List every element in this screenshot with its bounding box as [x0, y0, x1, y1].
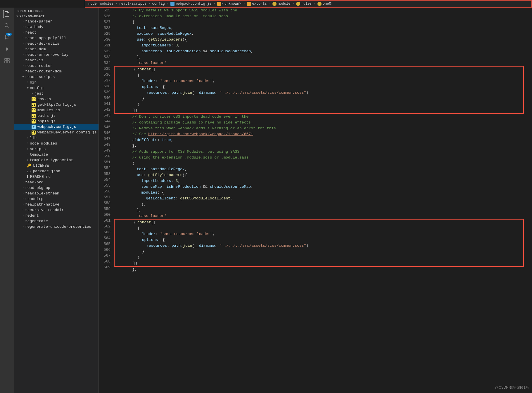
bc-config-folder[interactable]: config — [152, 2, 165, 6]
code-line-558: }, — [114, 201, 526, 207]
activity-debug-icon[interactable] — [3, 45, 11, 53]
sidebar-item-readdirp[interactable]: › readdirp — [14, 196, 99, 202]
highlight-block-1: ).concat([ { loader: "sass-resources-loa… — [114, 66, 524, 114]
activity-search-icon[interactable] — [3, 22, 11, 30]
project-root[interactable]: ▼ XRE-OM-REACT — [14, 14, 99, 19]
code-line-550: // using the extension .module.scss or .… — [114, 155, 526, 161]
code-line-525: // By default we support SASS Modules wi… — [114, 8, 526, 13]
svg-rect-9 — [5, 61, 7, 63]
bc-sep8: › — [314, 2, 316, 6]
code-line-565: resources: path.join(__dirname, "../../.… — [115, 243, 523, 249]
code-line-559: }, — [114, 207, 526, 213]
code-line-551: { — [114, 161, 526, 166]
svg-rect-10 — [7, 61, 9, 63]
sidebar-item-read-pkg[interactable]: › read-pkg — [14, 180, 99, 185]
js-icon-webpackdev: JS — [32, 131, 36, 135]
sidebar-item-react-error-overlay[interactable]: › react-error-overlay — [14, 52, 99, 58]
sidebar-item-pnpts-js[interactable]: JS pnpTs.js — [14, 119, 99, 124]
rules-icon — [296, 2, 300, 6]
bc-node-modules[interactable]: node_modules — [88, 2, 113, 6]
sidebar-item-react[interactable]: › react — [14, 30, 99, 35]
code-line-533: }, — [114, 54, 526, 60]
arrow-react-is: › — [22, 59, 24, 62]
code-line-552: test: sassModuleRegex, — [114, 166, 526, 172]
arrow-realpath-native: › — [22, 203, 24, 206]
sidebar-item-jest[interactable]: › jest — [14, 91, 99, 96]
arrow-redent: › — [22, 214, 24, 217]
arrow-readable-stream: › — [22, 192, 24, 195]
activity-source-control-icon[interactable]: 62 — [3, 33, 11, 41]
js-icon-env: JS — [32, 97, 36, 101]
code-content: 525 526 527 528 529 530 531 532 533 534 … — [99, 8, 532, 393]
activity-files-icon[interactable] — [3, 10, 11, 18]
sidebar-item-redent[interactable]: › redent — [14, 213, 99, 218]
code-line-539: resources: path.join(__dirname, "../../.… — [115, 90, 523, 96]
bc-exports[interactable]: exports — [247, 2, 267, 6]
arrow-regenerate-unicode: › — [22, 225, 24, 228]
sidebar-item-react-dev-utils[interactable]: › react-dev-utils — [14, 41, 99, 46]
sidebar-item-react-router-dom[interactable]: › react-router-dom — [14, 69, 99, 74]
bc-react-scripts[interactable]: react-scripts — [119, 2, 147, 6]
svg-rect-8 — [7, 58, 9, 60]
bc-oneof[interactable]: oneOf — [317, 2, 333, 6]
code-line-542: ]), — [115, 107, 523, 113]
sidebar-item-readable-stream[interactable]: › readable-stream — [14, 191, 99, 196]
sidebar-item-modules-js[interactable]: JS modules.js — [14, 107, 99, 113]
arrow-jest: › — [32, 92, 33, 95]
sidebar-item-gethttpsconfig[interactable]: JS getHttpsConfig.js — [14, 102, 99, 107]
bc-item-webpack[interactable]: webpack.config.js — [170, 2, 211, 6]
arrow-config: ▼ — [27, 86, 29, 90]
code-line-554: importLoaders: 3, — [114, 178, 526, 184]
bc-rules[interactable]: rules — [296, 2, 312, 6]
json-icon: {} — [27, 169, 31, 173]
arrow-react-app-polyfill: › — [22, 36, 24, 40]
sidebar-item-regenerate-unicode[interactable]: › regenerate-unicode-properties — [14, 224, 99, 229]
sidebar-item-webpack-devserver[interactable]: JS webpackDevServer.config.js — [14, 130, 99, 135]
sidebar-item-react-app-polyfill[interactable]: › react-app-polyfill — [14, 35, 99, 41]
sidebar-item-env-js[interactable]: JS env.js — [14, 96, 99, 102]
arrow-react-scripts: ▼ — [22, 75, 24, 79]
sidebar-item-recursive-readdir[interactable]: › recursive-readdir — [14, 207, 99, 213]
code-lines[interactable]: // By default we support SASS Modules wi… — [114, 8, 532, 393]
sidebar-item-react-is[interactable]: › react-is — [14, 58, 99, 63]
js-icon-paths: JS — [32, 114, 36, 118]
sidebar-item-scripts[interactable]: › scripts — [14, 146, 99, 152]
sidebar-item-realpath-native[interactable]: › realpath-native — [14, 202, 99, 207]
sidebar-item-node-modules-inner[interactable]: › node_modules — [14, 141, 99, 146]
code-line-568: ]), — [115, 260, 523, 266]
sidebar-item-webpack-config[interactable]: W webpack.config.js — [14, 124, 99, 130]
source-control-badge: 62 — [6, 33, 12, 36]
sidebar-item-react-dom[interactable]: › react-dom — [14, 46, 99, 52]
sidebar-item-raw-body[interactable]: › raw-body — [14, 24, 99, 30]
code-line-538: options: { — [115, 84, 523, 90]
sidebar-item-regenerate[interactable]: › regenerate — [14, 218, 99, 224]
sidebar-item-template[interactable]: › template — [14, 152, 99, 157]
sidebar-item-template-typescript[interactable]: › template-typescript — [14, 157, 99, 163]
sidebar-item-read-pkg-up[interactable]: › read-pkg-up — [14, 185, 99, 191]
code-line-547: sideEffects: true, — [114, 137, 526, 143]
open-editors-header[interactable]: OPEN EDITORS — [14, 8, 99, 14]
sidebar-item-config[interactable]: ▼ config — [14, 85, 99, 91]
svg-rect-7 — [5, 58, 7, 60]
sidebar: OPEN EDITORS ▼ XRE-OM-REACT › range-pars… — [14, 8, 99, 393]
sidebar-item-lib[interactable]: › lib — [14, 135, 99, 141]
sidebar-item-readme[interactable]: ℹ README.md — [14, 174, 99, 180]
sidebar-item-paths-js[interactable]: JS paths.js — [14, 113, 99, 119]
sidebar-item-license[interactable]: 🔑 LICENSE — [14, 163, 99, 168]
code-line-562: { — [115, 225, 523, 231]
activity-bar: 62 — [0, 8, 14, 393]
bc-unknown1[interactable]: <unknown> — [217, 2, 241, 6]
bc-sep3: › — [167, 2, 169, 6]
sidebar-item-react-router[interactable]: › react-router — [14, 63, 99, 69]
arrow-react-dev-utils: › — [22, 42, 24, 45]
code-line-531: importLoaders: 3, — [114, 43, 526, 48]
watermark: @CSDN 数字游民1号 — [495, 385, 529, 390]
sidebar-item-react-scripts[interactable]: ▼ react-scripts — [14, 74, 99, 80]
sidebar-item-package-json[interactable]: {} package.json — [14, 168, 99, 174]
bc-module[interactable]: module — [272, 2, 290, 6]
code-line-527: { — [114, 19, 526, 25]
sidebar-item-range-parser[interactable]: › range-parser — [14, 19, 99, 24]
breadcrumb-bar: node_modules › react-scripts › config › … — [85, 0, 532, 8]
sidebar-item-bin[interactable]: › bin — [14, 80, 99, 85]
activity-extensions-icon[interactable] — [3, 57, 11, 65]
